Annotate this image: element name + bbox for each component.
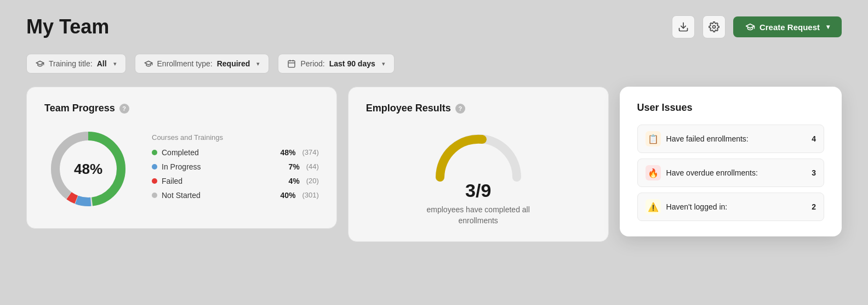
page-title: My Team xyxy=(26,15,109,38)
period-filter[interactable]: Period: Last 90 days ▾ xyxy=(278,54,394,74)
enrollment-type-label: Enrollment type: xyxy=(157,59,213,68)
training-icon xyxy=(36,59,44,68)
svg-rect-2 xyxy=(288,61,295,67)
training-title-arrow: ▾ xyxy=(113,60,117,67)
not-logged-in-text: Haven't logged in: xyxy=(666,202,804,211)
donut-chart: 48% xyxy=(44,125,132,213)
header-actions: Create Request ▾ xyxy=(672,15,842,38)
settings-button[interactable] xyxy=(703,15,726,38)
download-button[interactable] xyxy=(672,15,695,38)
employee-results-title: Employee Results xyxy=(366,103,451,114)
enrollment-type-filter[interactable]: Enrollment type: Required ▾ xyxy=(135,54,270,74)
header: My Team Create Reques xyxy=(26,15,842,38)
donut-percent: 48% xyxy=(74,161,102,178)
in-progress-dot xyxy=(152,164,157,170)
enrollment-icon xyxy=(144,59,153,68)
legend-item-not-started: Not Started 40% (301) xyxy=(152,191,319,200)
team-progress-title-row: Team Progress ? xyxy=(44,103,319,114)
employee-results-card: Employee Results ? 3/9 employees have co… xyxy=(348,87,609,242)
team-progress-body: 48% Courses and Trainings Completed 48% … xyxy=(44,125,319,213)
legend-item-failed: Failed 4% (20) xyxy=(152,177,319,185)
period-arrow: ▾ xyxy=(382,60,385,67)
svg-point-1 xyxy=(712,26,715,29)
gauge-svg xyxy=(429,125,528,185)
legend-item-completed: Completed 48% (374) xyxy=(152,148,319,157)
create-request-label: Create Request xyxy=(760,22,820,32)
filters-row: Training title: All ▾ Enrollment type: R… xyxy=(26,54,842,74)
user-issues-card: User Issues 📋 Have failed enrollments: 4… xyxy=(620,87,842,236)
overdue-enrollments-item[interactable]: 🔥 Have overdue enrollments: 3 xyxy=(637,159,824,187)
failed-enrollments-count: 4 xyxy=(812,134,816,143)
failed-enrollments-item[interactable]: 📋 Have failed enrollments: 4 xyxy=(637,125,824,153)
failed-enrollments-icon: 📋 xyxy=(646,131,661,146)
period-label: Period: xyxy=(300,59,324,68)
completed-label: Completed xyxy=(162,148,276,157)
gauge-label-text: employees have completed allenrollments xyxy=(427,205,530,225)
create-request-chevron: ▾ xyxy=(826,23,830,31)
training-title-value: All xyxy=(97,59,107,68)
not-started-label: Not Started xyxy=(162,191,276,200)
gauge-chart xyxy=(429,125,528,185)
enrollment-type-value: Required xyxy=(217,59,250,68)
overdue-enrollments-text: Have overdue enrollments: xyxy=(666,168,804,177)
team-progress-title: Team Progress xyxy=(44,103,115,114)
create-request-icon xyxy=(745,22,755,32)
employee-results-info-icon[interactable]: ? xyxy=(455,104,465,114)
not-logged-in-item[interactable]: ⚠️ Haven't logged in: 2 xyxy=(637,193,824,221)
create-request-button[interactable]: Create Request ▾ xyxy=(733,16,842,37)
completed-pct: 48% xyxy=(280,148,295,157)
not-started-dot xyxy=(152,193,157,198)
in-progress-pct: 7% xyxy=(288,162,299,171)
failed-label: Failed xyxy=(162,177,284,185)
user-issues-title: User Issues xyxy=(637,102,693,114)
gauge-container: 3/9 employees have completed allenrollme… xyxy=(366,125,591,226)
completed-count: (374) xyxy=(302,148,318,156)
failed-dot xyxy=(152,178,157,184)
in-progress-label: In Progress xyxy=(162,162,284,171)
legend-title: Courses and Trainings xyxy=(152,133,319,142)
legend-item-in-progress: In Progress 7% (44) xyxy=(152,162,319,171)
team-progress-info-icon[interactable]: ? xyxy=(119,104,129,114)
not-logged-in-count: 2 xyxy=(812,202,816,211)
user-issues-title-row: User Issues xyxy=(637,102,824,114)
overdue-enrollments-count: 3 xyxy=(812,168,816,177)
team-progress-card: Team Progress ? xyxy=(26,87,337,229)
failed-enrollments-text: Have failed enrollments: xyxy=(666,134,804,143)
period-value: Last 90 days xyxy=(329,59,375,68)
not-logged-in-icon: ⚠️ xyxy=(646,199,661,214)
enrollment-type-arrow: ▾ xyxy=(256,60,260,67)
in-progress-count: (44) xyxy=(306,162,319,171)
page: My Team Create Reques xyxy=(0,0,868,305)
not-started-count: (301) xyxy=(302,191,318,199)
training-title-filter[interactable]: Training title: All ▾ xyxy=(26,54,126,74)
gauge-label: employees have completed allenrollments xyxy=(427,205,530,226)
completed-dot xyxy=(152,150,157,155)
cards-row: Team Progress ? xyxy=(26,87,842,242)
calendar-icon xyxy=(287,59,296,68)
failed-pct: 4% xyxy=(288,177,299,185)
overdue-enrollments-icon: 🔥 xyxy=(646,165,661,180)
employee-results-title-row: Employee Results ? xyxy=(366,103,591,114)
team-progress-legend: Courses and Trainings Completed 48% (374… xyxy=(152,133,319,205)
failed-count: (20) xyxy=(306,177,319,185)
not-started-pct: 40% xyxy=(280,191,295,200)
training-title-label: Training title: xyxy=(49,59,93,68)
